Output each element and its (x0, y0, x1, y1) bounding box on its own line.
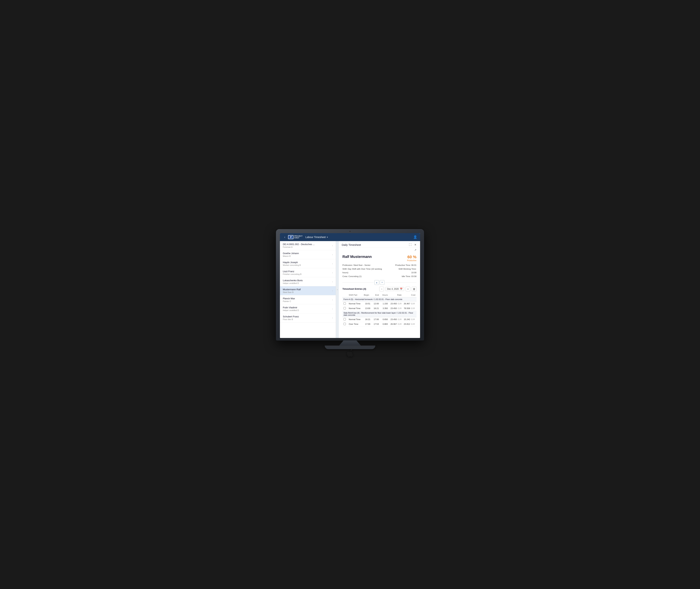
col-rate: Rate (389, 293, 403, 297)
sidebar-item-8[interactable]: Schubert Franz Floor tiler B › (280, 314, 336, 323)
sidebar-item-1[interactable]: Goethe Johann Mason B › (280, 250, 336, 259)
profession-label: Profession: Steel fixer - Senior (342, 263, 386, 267)
timesheet-plus-button[interactable]: + (406, 286, 410, 291)
monitor-camera (349, 231, 351, 232)
panel-share-button[interactable]: ↗ (414, 248, 417, 252)
header-title: Labour Timesheet ▼ (305, 236, 328, 238)
row-begin-0-1: 13:00 (363, 306, 371, 311)
row-hours-1-1: 0.883 (380, 322, 389, 327)
divider-up-button[interactable]: ▲ (374, 280, 379, 285)
sidebar-item-7[interactable]: Putin Vladimir Helper unskilled D › (280, 304, 336, 314)
row-end-1-0: 17:00 (371, 317, 380, 322)
worker-name: Ralf Mustermann (342, 255, 372, 259)
row-checkbox-0-0[interactable] (342, 301, 348, 306)
sidebar-item-6[interactable]: Planck Max Painter C › (280, 295, 336, 304)
group-row-1: Slab-ReInf-low (4) - Reinforcement for f… (342, 311, 416, 317)
worker-details-left: Profession: Steel fixer - Senior Shift: … (342, 263, 386, 278)
row-cost-1-1: 23.812 EUR (403, 322, 416, 327)
col-shift-part: Shift Part (348, 293, 363, 297)
chevron-right-icon-0: › (332, 244, 333, 247)
sidebar-item-2[interactable]: Haydn Joseph Worker concreting B › (280, 259, 336, 268)
divider-edit-button[interactable]: ✏ (380, 280, 384, 285)
timesheet-delete-button[interactable]: 🗑 (412, 286, 416, 291)
chevron-right-icon-1: › (332, 253, 333, 256)
row-shift-part-1-1: Over Time (348, 322, 363, 327)
date-picker[interactable]: Dec 4, 2020 📅 (385, 287, 404, 291)
row-cost-1-0: 15.242 EUR (403, 317, 416, 322)
table-row-1-0[interactable]: Normal Time 16:21 17:00 0.650 23.450 EUR (342, 317, 416, 322)
sidebar: DE.H.0001.002 - Deutsches ... Foreman A … (280, 241, 336, 338)
user-icon[interactable]: 👤 (413, 235, 417, 239)
row-shift-part-0-0: Normal Time (348, 301, 363, 306)
chevron-right-icon-7: › (332, 308, 333, 310)
timesheet-section: Timesheet Entries (4) − Dec 4, 2020 📅 + … (342, 286, 416, 327)
sidebar-item-5[interactable]: Mustermann Ralf Steel fixer B › (280, 286, 336, 295)
col-begin: Begin (363, 293, 371, 297)
monitor-screen: ‹ P PROJECT FIRST Labour Timesheet ▼ (280, 233, 420, 338)
chevron-right-icon-2: › (332, 262, 333, 265)
row-checkbox-0-1[interactable] (342, 306, 348, 311)
logo-box: P (288, 235, 294, 239)
chevron-right-icon-6: › (332, 299, 333, 301)
sidebar-item-3[interactable]: Liszt Franz Finisher concreting B › (280, 268, 336, 277)
worker-details: Profession: Steel fixer - Senior Shift: … (342, 263, 416, 278)
col-end: End (371, 293, 380, 297)
timesheet-header: Timesheet Entries (4) − Dec 4, 2020 📅 + … (342, 286, 416, 291)
app-container: ‹ P PROJECT FIRST Labour Timesheet ▼ (280, 233, 420, 338)
worker-info-header: Ralf Mustermann 60 % Productive (342, 255, 416, 261)
panel-expand-button[interactable]: ⛶ (408, 243, 412, 246)
shift-working-label: Shift Working Time: 10:00 (394, 267, 416, 274)
monitor-neck (339, 341, 361, 346)
row-end-0-0: 12:00 (371, 301, 380, 306)
row-end-1-1: 17:53 (371, 322, 380, 327)
chevron-right-icon-3: › (332, 271, 333, 274)
row-begin-0-0: 10:51 (363, 301, 371, 306)
table-row-0-0[interactable]: Normal Time 10:51 12:00 1.150 23.450 EUR (342, 301, 416, 306)
sidebar-item-name-3: Liszt Franz (283, 270, 332, 273)
calendar-icon: 📅 (400, 288, 403, 290)
panel-actions: ⛶ ✕ (408, 243, 417, 246)
row-checkbox-1-0[interactable] (342, 317, 348, 322)
divider-with-icons: ▲ ✏ (342, 279, 416, 286)
group-label-1: Slab-ReInf-low (4) - Reinforcement for f… (342, 311, 416, 317)
date-value: Dec 4, 2020 (387, 288, 399, 290)
monitor-base (325, 346, 375, 349)
table-row-0-1[interactable]: Normal Time 13:00 16:21 3.350 23.450 EUR (342, 306, 416, 311)
sidebar-item-0[interactable]: DE.H.0001.002 - Deutsches ... Foreman A … (280, 241, 336, 250)
row-rate-1-0: 23.450 EUR (389, 317, 403, 322)
sidebar-item-name-6: Planck Max (283, 297, 332, 300)
row-cost-0-1: 78.558 EUR (403, 306, 416, 311)
back-button[interactable]: ‹ (283, 235, 287, 239)
panel-expand-handle[interactable]: › (336, 241, 339, 338)
sidebar-item-name-1: Goethe Johann (283, 252, 332, 255)
row-rate-0-1: 23.450 EUR (389, 306, 403, 311)
sidebar-item-name-8: Schubert Franz (283, 315, 332, 318)
crew-label: Crew: Concreting (1) (342, 274, 386, 278)
row-hours-0-0: 1.150 (380, 301, 389, 306)
sidebar-item-4[interactable]: Lukaschenko Boris Helper unskilled D › (280, 277, 336, 286)
col-hours: Hours (380, 293, 389, 297)
row-begin-1-0: 16:21 (363, 317, 371, 322)
sidebar-item-name-0: DE.H.0001.002 - Deutsches ... (283, 243, 332, 246)
table-row-1-1[interactable]: Over Time 17:00 17:53 0.883 26.967 EUR (342, 322, 416, 327)
logo-letter: P (290, 236, 292, 238)
col-cost: Cost (403, 293, 416, 297)
sidebar-item-role-3: Finisher concreting B (283, 273, 332, 275)
panel-close-button[interactable]: ✕ (414, 243, 417, 246)
shift-label: Shift: Day Shift with Over Time (10 work… (342, 267, 386, 274)
productive-time-label: Productive Time: 06:01 (394, 263, 416, 267)
chevron-right-icon-5: › (332, 289, 333, 292)
title-dropdown-arrow[interactable]: ▼ (326, 236, 328, 238)
worker-details-right: Productive Time: 06:01 Shift Working Tim… (394, 263, 416, 278)
sidebar-item-name-2: Haydn Joseph (283, 261, 332, 264)
timesheet-minus-button[interactable]: − (379, 286, 384, 291)
chevron-right-icon-8: › (332, 317, 333, 319)
row-hours-0-1: 3.350 (380, 306, 389, 311)
row-cost-0-0: 26.967 EUR (403, 301, 416, 306)
sidebar-item-role-5: Steel fixer B (283, 291, 332, 293)
worker-productivity: 60 % Productive (407, 255, 416, 261)
chevron-right-icon-4: › (332, 280, 333, 283)
productivity-label: Productive (407, 259, 416, 261)
row-checkbox-1-1[interactable] (342, 322, 348, 327)
timesheet-title: Timesheet Entries (4) (342, 287, 378, 290)
